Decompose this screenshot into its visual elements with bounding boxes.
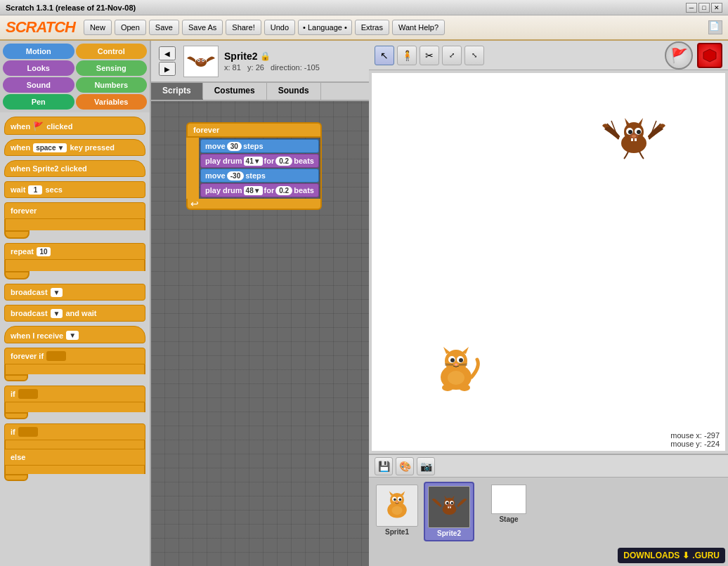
scripts-content[interactable]: forever move 30 steps play drum 41	[151, 101, 369, 566]
wait-block[interactable]: wait 1 secs	[4, 181, 145, 198]
window-controls: ─ □ ✕	[686, 3, 722, 13]
shrink-tool-button[interactable]: ⤡	[464, 46, 484, 65]
when-key-pressed-block[interactable]: when space ▼ key pressed	[4, 139, 145, 156]
beats-label: beats	[294, 157, 314, 165]
svg-point-14	[459, 358, 463, 362]
mouse-x: mouse x: -297	[670, 431, 720, 440]
category-numbers[interactable]: Numbers	[76, 77, 148, 93]
svg-point-32	[632, 135, 636, 138]
camera-sprite-button[interactable]: 📷	[417, 457, 435, 475]
play-drum-1-block[interactable]: play drum 41 ▼ for 0.2 beats	[200, 154, 319, 168]
share-button[interactable]: Share!	[226, 20, 261, 35]
open-button[interactable]: Open	[115, 20, 146, 35]
close-button[interactable]: ✕	[711, 3, 722, 13]
next-sprite-button[interactable]: ▶	[159, 62, 176, 76]
svg-point-5	[202, 60, 204, 61]
forever-if-block[interactable]: forever if	[4, 348, 145, 381]
sprite2-item[interactable]: Sprite2	[424, 482, 474, 541]
mouse-coordinates: mouse x: -297 mouse y: -224	[670, 431, 720, 448]
minimize-button[interactable]: ─	[686, 3, 697, 13]
category-motion[interactable]: Motion	[3, 44, 74, 59]
when-flag-clicked-block[interactable]: when 🚩 clicked	[4, 117, 145, 135]
stage-thumbnail	[491, 485, 526, 514]
category-control[interactable]: Control	[76, 44, 148, 59]
steps-label: steps	[243, 142, 264, 150]
sprite2-label: Sprite2	[437, 529, 461, 537]
sounds-tab[interactable]: Sounds	[267, 83, 321, 100]
grow-tool-button[interactable]: ⤢	[442, 46, 462, 65]
undo-button[interactable]: Undo	[264, 20, 295, 35]
when-sprite-clicked-block[interactable]: when Sprite2 clicked	[4, 160, 145, 177]
drum-1-dropdown[interactable]: 41 ▼	[244, 157, 263, 166]
save-button[interactable]: Save	[149, 20, 179, 35]
move-neg30-value[interactable]: -30	[227, 171, 244, 180]
wait-label: wait	[11, 185, 25, 194]
play-drum-2-block[interactable]: play drum 48 ▼ for 0.2 beats	[200, 183, 319, 197]
forever-block[interactable]: forever	[4, 202, 145, 239]
move-30-value[interactable]: 30	[227, 142, 242, 151]
broadcast-wait-dropdown[interactable]: ▼	[51, 309, 63, 318]
arrow-tool-button[interactable]: ↖	[375, 46, 394, 65]
broadcast-dropdown[interactable]: ▼	[51, 288, 63, 297]
downloads-domain: .GURU	[692, 551, 720, 560]
broadcast-block[interactable]: broadcast ▼	[4, 284, 145, 301]
main-area: Motion Control Looks Sensing Sound Numbe…	[0, 41, 728, 566]
category-sound[interactable]: Sound	[3, 77, 74, 93]
if-block[interactable]: if	[4, 386, 145, 419]
when-receive-block[interactable]: when I receive ▼	[4, 326, 145, 343]
scratch-logo: SCRATCH	[6, 18, 75, 37]
category-variables[interactable]: Variables	[76, 94, 148, 110]
costumes-tab[interactable]: Costumes	[203, 83, 267, 100]
category-sensing[interactable]: Sensing	[76, 60, 148, 76]
script-stack-1: forever move 30 steps play drum 41	[186, 122, 322, 210]
category-pen[interactable]: Pen	[3, 94, 74, 110]
new-sprite-file-button[interactable]: 💾	[375, 457, 393, 475]
forever-script-label: forever	[193, 126, 219, 134]
person-tool-button[interactable]: 🧍	[397, 46, 417, 65]
category-looks[interactable]: Looks	[3, 60, 74, 76]
if-else-block[interactable]: if else	[4, 423, 145, 481]
window-title: Scratch 1.3.1 (release of 21-Nov-08)	[6, 4, 136, 12]
repeat-block[interactable]: repeat 10	[4, 243, 145, 279]
stop-button[interactable]	[697, 43, 722, 68]
move-30-block[interactable]: move 30 steps	[200, 139, 319, 153]
help-button[interactable]: Want Help?	[392, 20, 445, 35]
move-neg30-block[interactable]: move -30 steps	[200, 169, 319, 183]
broadcast-wait-block[interactable]: broadcast ▼ and wait	[4, 305, 145, 322]
sprite-name-row: Sprite2 🔒	[224, 51, 363, 62]
sprite2-thumbnail	[428, 486, 470, 528]
language-button[interactable]: • Language •	[298, 20, 352, 35]
prev-sprite-button[interactable]: ◀	[159, 46, 176, 60]
scripts-area: ◀ ▶ Sprite2	[151, 41, 369, 566]
page-icon[interactable]: 📄	[708, 20, 722, 34]
blocks-scroll-area[interactable]: when 🚩 clicked when space ▼ key pressed …	[0, 112, 150, 566]
paint-sprite-button[interactable]: 🎨	[396, 457, 414, 475]
play-drum-label: play drum	[205, 157, 242, 165]
drum-2-dropdown[interactable]: 48 ▼	[244, 186, 263, 195]
green-flag-button[interactable]: 🚩	[665, 41, 693, 70]
svg-marker-25	[625, 118, 630, 126]
wait-value[interactable]: 1	[28, 185, 42, 195]
scripts-tab[interactable]: Scripts	[151, 83, 203, 100]
svg-point-30	[637, 130, 641, 134]
drum-1-beats[interactable]: 0.2	[275, 157, 292, 166]
clicked-label: clicked	[46, 122, 72, 131]
key-dropdown[interactable]: space ▼	[33, 143, 67, 152]
sprite-direction: direction: -105	[271, 63, 320, 72]
svg-marker-10	[462, 347, 469, 354]
new-button[interactable]: New	[84, 20, 112, 35]
stamp-tool-button[interactable]: ✂	[420, 46, 439, 65]
key-pressed-label: key pressed	[70, 143, 115, 152]
receive-dropdown[interactable]: ▼	[66, 331, 79, 340]
extras-button[interactable]: Extras	[355, 20, 389, 35]
repeat-value[interactable]: 10	[37, 247, 51, 256]
stage-item[interactable]: Stage	[488, 482, 529, 526]
flag-icon: 🚩	[33, 121, 44, 131]
save-as-button[interactable]: Save As	[182, 20, 223, 35]
drum-2-beats[interactable]: 0.2	[275, 186, 292, 195]
sprite1-item[interactable]: Sprite1	[373, 482, 421, 539]
bat-sprite	[599, 108, 669, 171]
maximize-button[interactable]: □	[698, 3, 710, 13]
svg-marker-38	[401, 491, 405, 495]
for-label: for	[264, 157, 275, 165]
